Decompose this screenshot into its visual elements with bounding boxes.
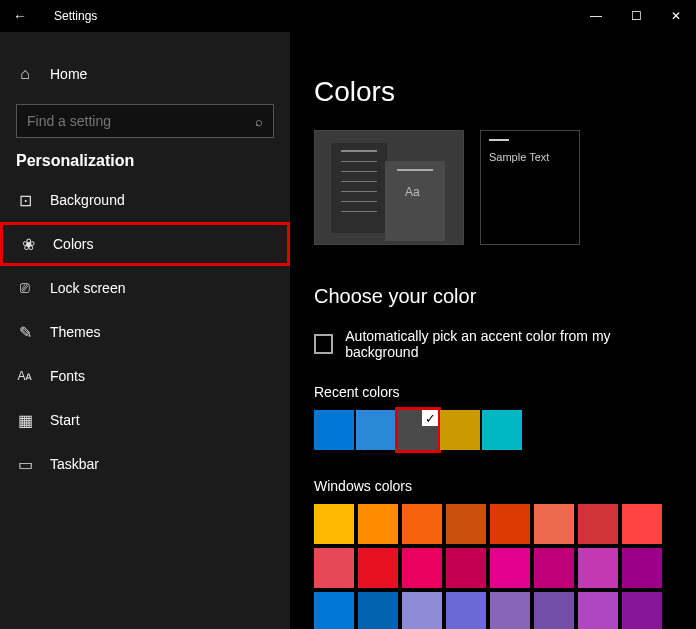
auto-accent-checkbox[interactable] <box>314 334 333 354</box>
windows-color-swatch[interactable] <box>446 592 486 629</box>
windows-color-swatch[interactable] <box>314 504 354 544</box>
windows-color-swatch[interactable] <box>314 592 354 629</box>
preview-sample[interactable]: Sample Text <box>480 130 580 245</box>
choose-color-head: Choose your color <box>314 285 672 308</box>
windows-color-swatch[interactable] <box>622 592 662 629</box>
titlebar: ← Settings — ☐ ✕ <box>0 0 696 32</box>
preview-mini-pane: Aa <box>385 161 445 241</box>
colors-icon: ❀ <box>19 235 37 253</box>
window-controls: — ☐ ✕ <box>576 0 696 32</box>
preview-aa: Aa <box>405 185 445 199</box>
windows-color-swatch[interactable] <box>490 548 530 588</box>
sidebar-item-label: Themes <box>50 324 101 340</box>
theme-previews: Aa Sample Text <box>314 130 672 245</box>
check-icon: ✓ <box>422 410 438 426</box>
windows-color-swatch[interactable] <box>578 504 618 544</box>
home-icon: ⌂ <box>16 65 34 83</box>
recent-color-swatch[interactable] <box>314 410 354 450</box>
windows-color-swatch[interactable] <box>314 548 354 588</box>
sample-text: Sample Text <box>489 151 549 163</box>
sidebar: ⌂ Home ⌕ Personalization ⊡ Background ❀ … <box>0 32 290 629</box>
recent-colors-label: Recent colors <box>314 384 672 400</box>
sidebar-item-label: Taskbar <box>50 456 99 472</box>
sidebar-item-label: Colors <box>53 236 93 252</box>
windows-color-swatch[interactable] <box>622 504 662 544</box>
sidebar-item-label: Start <box>50 412 80 428</box>
windows-color-swatch[interactable] <box>534 592 574 629</box>
windows-color-swatch[interactable] <box>402 504 442 544</box>
windows-color-swatch[interactable] <box>534 548 574 588</box>
windows-color-swatch[interactable] <box>446 548 486 588</box>
sidebar-item-lockscreen[interactable]: ⎚ Lock screen <box>0 266 290 310</box>
sidebar-item-themes[interactable]: ✎ Themes <box>0 310 290 354</box>
page-title: Colors <box>314 76 672 108</box>
windows-color-swatch[interactable] <box>490 504 530 544</box>
windows-color-swatch[interactable] <box>446 504 486 544</box>
windows-color-swatch[interactable] <box>358 504 398 544</box>
preview-mini-window <box>331 143 387 233</box>
windows-color-swatch[interactable] <box>402 548 442 588</box>
auto-accent-row: Automatically pick an accent color from … <box>314 328 672 360</box>
windows-color-swatch[interactable] <box>402 592 442 629</box>
sidebar-item-label: Background <box>50 192 125 208</box>
sidebar-item-start[interactable]: ▦ Start <box>0 398 290 442</box>
fonts-icon: Aᴀ <box>16 367 34 385</box>
close-button[interactable]: ✕ <box>656 0 696 32</box>
recent-color-swatch[interactable] <box>440 410 480 450</box>
lockscreen-icon: ⎚ <box>16 279 34 297</box>
windows-colors-label: Windows colors <box>314 478 672 494</box>
back-button[interactable]: ← <box>0 0 40 32</box>
sidebar-item-label: Fonts <box>50 368 85 384</box>
recent-colors: ✓ <box>314 410 672 450</box>
category-title: Personalization <box>0 152 290 178</box>
auto-accent-label: Automatically pick an accent color from … <box>345 328 672 360</box>
taskbar-icon: ▭ <box>16 455 34 473</box>
sidebar-item-fonts[interactable]: Aᴀ Fonts <box>0 354 290 398</box>
home-label: Home <box>50 66 87 82</box>
back-icon: ← <box>13 8 27 24</box>
sidebar-item-colors[interactable]: ❀ Colors <box>0 222 290 266</box>
sample-line <box>489 139 509 141</box>
sidebar-item-label: Lock screen <box>50 280 125 296</box>
home-nav[interactable]: ⌂ Home <box>0 52 290 96</box>
preview-dark[interactable]: Aa <box>314 130 464 245</box>
search-icon: ⌕ <box>255 114 263 129</box>
minimize-button[interactable]: — <box>576 0 616 32</box>
windows-color-swatch[interactable] <box>578 548 618 588</box>
windows-color-swatch[interactable] <box>622 548 662 588</box>
window-title: Settings <box>54 9 97 23</box>
start-icon: ▦ <box>16 411 34 429</box>
themes-icon: ✎ <box>16 323 34 341</box>
search-wrap: ⌕ <box>0 104 290 138</box>
windows-color-swatch[interactable] <box>578 592 618 629</box>
search-input[interactable] <box>27 113 255 129</box>
windows-colors-grid <box>314 504 672 629</box>
content: ⌂ Home ⌕ Personalization ⊡ Background ❀ … <box>0 32 696 629</box>
sidebar-item-background[interactable]: ⊡ Background <box>0 178 290 222</box>
background-icon: ⊡ <box>16 191 34 209</box>
windows-color-swatch[interactable] <box>534 504 574 544</box>
maximize-button[interactable]: ☐ <box>616 0 656 32</box>
recent-color-swatch[interactable]: ✓ <box>398 410 438 450</box>
windows-color-swatch[interactable] <box>358 592 398 629</box>
recent-color-swatch[interactable] <box>356 410 396 450</box>
windows-color-swatch[interactable] <box>490 592 530 629</box>
recent-color-swatch[interactable] <box>482 410 522 450</box>
main: Colors Aa Sample Text Choose your color <box>290 32 696 629</box>
search-box[interactable]: ⌕ <box>16 104 274 138</box>
windows-color-swatch[interactable] <box>358 548 398 588</box>
sidebar-item-taskbar[interactable]: ▭ Taskbar <box>0 442 290 486</box>
